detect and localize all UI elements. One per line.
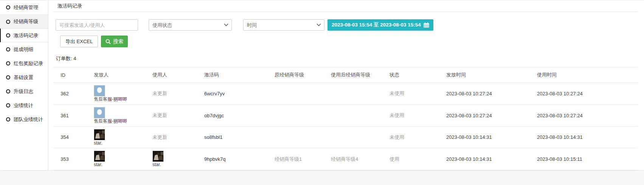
sidebar-item-label: 业绩统计	[14, 102, 33, 109]
sidebar-item-team-performance-stats[interactable]: 团队业绩统计	[0, 112, 48, 126]
time-select[interactable]: 时间	[243, 19, 324, 31]
sidebar-item-dealer-level[interactable]: 经销商等级	[0, 14, 48, 28]
cell-code: 6wcrv7yv	[201, 83, 272, 105]
sidebar-item-label: 激活码记录	[14, 32, 38, 39]
usage-status-select[interactable]: 使用状态	[149, 19, 232, 31]
sender-name: 售后客服-丽唧唧	[94, 119, 127, 124]
table-row: 354 star. 未更新 so8fsbl1 未使用 2023-08-03 10…	[53, 126, 638, 148]
cell-sender: star.	[91, 126, 149, 148]
sidebar-item-activation-code-records[interactable]: 激活码记录	[0, 28, 48, 42]
cell-old-level: 经销商等级1	[272, 148, 328, 170]
search-button[interactable]: 搜索	[101, 36, 128, 47]
table-row: 362 售后客服-丽唧唧 未更新 6wcrv7yv 未使用 2023-08-03…	[53, 83, 638, 105]
cell-old-level	[272, 126, 328, 148]
order-count: 订单数: 4	[56, 55, 638, 62]
radio-circle-icon	[6, 33, 10, 37]
export-excel-button[interactable]: 导出 EXCEL	[60, 36, 98, 47]
app-window: 经销商管理 经销商等级 激活码记录 提成明细 红包奖励记录 基础设置 升级日志	[0, 0, 644, 171]
cell-sender: 售后客服-丽唧唧	[91, 83, 149, 105]
col-header-use-time: 使用时间	[534, 67, 638, 83]
cell-send-time: 2023-08-03 10:14:31	[443, 148, 534, 170]
sidebar-item-label: 升级日志	[14, 88, 33, 95]
cell-user: 未更新	[149, 104, 201, 126]
page-header: 激活码记录	[53, 0, 638, 12]
filter-bar: 使用状态 时间 2023-08-03 15:54 至 2023-08-03 15…	[56, 19, 638, 31]
sender-avatar	[94, 129, 105, 140]
user-name: star.	[152, 162, 161, 168]
radio-circle-icon	[6, 20, 10, 24]
action-bar: 导出 EXCEL 搜索	[60, 36, 638, 47]
col-header-user: 使用人	[149, 67, 201, 83]
date-range-label: 2023-08-03 15:54 至 2023-08-03 15:54	[332, 22, 421, 28]
sidebar-item-label: 基础设置	[14, 74, 33, 81]
sidebar-item-label: 团队业绩统计	[14, 116, 43, 123]
col-header-id: ID	[53, 67, 91, 83]
col-header-send-time: 发放时间	[443, 67, 534, 83]
sidebar-item-dealer-management[interactable]: 经销商管理	[0, 0, 48, 14]
sidebar-item-commission-details[interactable]: 提成明细	[0, 42, 48, 56]
col-header-code: 激活码	[201, 67, 272, 83]
sender-name: 售后客服-丽唧唧	[94, 97, 127, 102]
cell-code: 9hpbvk7q	[201, 148, 272, 170]
table-row: 353 star. star. 9hpbvk7q 经	[53, 148, 638, 170]
cell-id: 353	[53, 148, 91, 170]
cell-send-time: 2023-08-03 10:27:24	[443, 83, 534, 105]
cell-send-time: 2023-08-03 10:27:24	[443, 104, 534, 126]
radio-circle-icon	[6, 61, 10, 65]
cell-status: 未使用	[386, 104, 443, 126]
sender-avatar	[94, 85, 105, 96]
cell-new-level: 经销商等级4	[328, 148, 386, 170]
time-select-wrap: 时间	[243, 19, 324, 31]
search-button-label: 搜索	[113, 38, 123, 45]
col-header-old-level: 原经销商等级	[272, 67, 328, 83]
cell-user: 未更新	[149, 126, 201, 148]
col-header-sender: 发放人	[91, 67, 149, 83]
cell-new-level	[328, 83, 386, 105]
cell-id: 361	[53, 104, 91, 126]
cell-sender: star.	[91, 148, 149, 170]
user-avatar	[152, 151, 164, 162]
radio-circle-icon	[6, 103, 10, 107]
cell-user: star.	[149, 148, 201, 170]
sender-name: star.	[94, 162, 102, 168]
radio-circle-icon	[6, 89, 10, 93]
cell-code: so8fsbl1	[201, 126, 272, 148]
status-select-wrap: 使用状态	[149, 19, 232, 31]
sidebar-item-basic-settings[interactable]: 基础设置	[0, 70, 48, 84]
cell-sender: 售后客服-丽唧唧	[91, 104, 149, 126]
radio-circle-icon	[6, 5, 10, 9]
radio-circle-icon	[6, 47, 10, 51]
sender-avatar	[94, 151, 105, 162]
search-icon	[106, 39, 111, 44]
cell-status: 未使用	[386, 126, 443, 148]
sidebar-item-label: 提成明细	[14, 46, 33, 53]
table-row: 361 售后客服-丽唧唧 未更新 ob7dvjgc 未使用 2023-08-03…	[53, 104, 638, 126]
activation-code-table: ID 发放人 使用人 激活码 原经销商等级 使用后经销商等级 状态 发放时间 使…	[53, 67, 638, 170]
cell-new-level	[328, 104, 386, 126]
cell-use-time: 2023-08-03 10:14:31	[534, 126, 638, 148]
page-title: 激活码记录	[57, 3, 82, 9]
sidebar-item-label: 红包奖励记录	[14, 60, 43, 67]
radio-circle-icon	[6, 75, 10, 79]
cell-use-time: 2023-08-03 10:27:24	[534, 83, 638, 105]
sidebar-item-label: 经销商等级	[14, 18, 38, 25]
sidebar-item-redpacket-rewards[interactable]: 红包奖励记录	[0, 56, 48, 70]
cell-old-level	[272, 83, 328, 105]
radio-circle-icon	[6, 117, 10, 121]
cell-status: 使用	[386, 148, 443, 170]
main-content: 激活码记录 使用状态 时间 2023-0	[48, 0, 644, 170]
cell-status: 未使用	[386, 83, 443, 105]
sidebar-item-performance-stats[interactable]: 业绩统计	[0, 98, 48, 112]
cell-use-time: 2023-08-03 10:15:11	[534, 148, 638, 170]
sidebar-item-upgrade-log[interactable]: 升级日志	[0, 84, 48, 98]
cell-old-level	[272, 104, 328, 126]
col-header-new-level: 使用后经销商等级	[328, 67, 386, 83]
date-range-button[interactable]: 2023-08-03 15:54 至 2023-08-03 15:54	[327, 19, 433, 31]
cell-code: ob7dvjgc	[201, 104, 272, 126]
cell-use-time: 2023-08-03 10:27:24	[534, 104, 638, 126]
cell-user: 未更新	[149, 83, 201, 105]
search-input[interactable]	[56, 19, 138, 31]
table-header-row: ID 发放人 使用人 激活码 原经销商等级 使用后经销商等级 状态 发放时间 使…	[53, 67, 638, 83]
sidebar: 经销商管理 经销商等级 激活码记录 提成明细 红包奖励记录 基础设置 升级日志	[0, 0, 48, 170]
cell-new-level	[328, 126, 386, 148]
